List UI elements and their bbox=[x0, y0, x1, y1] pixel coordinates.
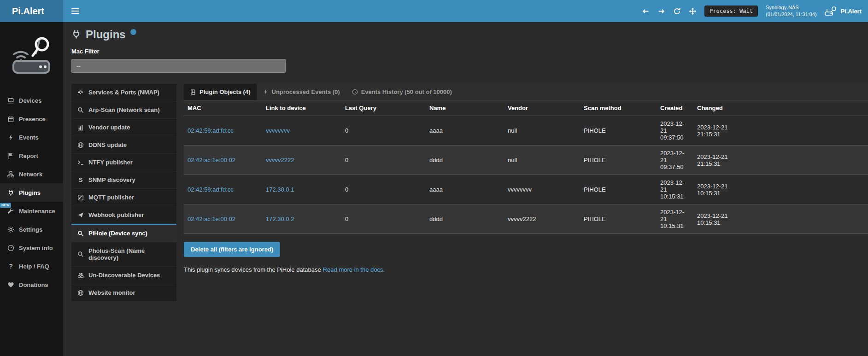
back-icon[interactable] bbox=[642, 7, 650, 15]
plugin-item-undiscoverable[interactable]: Un-Discoverable Devices bbox=[71, 267, 176, 284]
question-icon: ? bbox=[7, 263, 15, 270]
layout: Devices Presence Events Report bbox=[0, 22, 868, 356]
clock-icon bbox=[352, 89, 358, 95]
brand-logo[interactable]: Pi.Alert bbox=[0, 0, 63, 22]
cell-created: 2023-12-21 09:37:50 bbox=[657, 116, 693, 146]
plug-icon bbox=[7, 189, 15, 196]
plugin-description-text: This plugin syncs devices from the PiHol… bbox=[184, 266, 321, 273]
tab-bar: Plugin Objects (4) Unprocessed Events (0… bbox=[184, 84, 868, 100]
plugin-item-label: PiHole (Device sync) bbox=[88, 230, 147, 237]
mac-filter: Mac Filter bbox=[71, 48, 868, 73]
delete-all-button[interactable]: Delete all (filters are ignored) bbox=[184, 242, 280, 257]
tab-label: Events History (50 out of 10000) bbox=[361, 88, 452, 95]
table-row: 02:42:ac:1e:00:02 172.30.0.2 0 dddd vvvv… bbox=[184, 204, 868, 234]
new-badge: NEW bbox=[0, 203, 11, 208]
column-header-changed[interactable]: Changed bbox=[693, 100, 732, 116]
mac-link[interactable]: 02:42:59:ad:fd:cc bbox=[188, 186, 234, 193]
sidebar-item-settings[interactable]: Settings bbox=[0, 220, 63, 239]
column-header-link[interactable]: Link to device bbox=[262, 100, 341, 116]
plugin-item-vendor-update[interactable]: Vendor update bbox=[71, 119, 176, 136]
cell-vendor: vvvvv2222 bbox=[504, 204, 580, 234]
mac-link[interactable]: 02:42:59:ad:fd:cc bbox=[188, 127, 234, 134]
tab-events-history[interactable]: Events History (50 out of 10000) bbox=[346, 84, 458, 100]
gear-icon bbox=[7, 226, 15, 233]
sidebar-item-label: Devices bbox=[19, 97, 41, 104]
hamburger-icon[interactable] bbox=[68, 5, 83, 18]
plugin-nav-list: Services & Ports (NMAP) Arp-Scan (Networ… bbox=[71, 84, 176, 302]
page-title: Plugins bbox=[86, 29, 126, 41]
sidebar-item-report[interactable]: Report bbox=[0, 146, 63, 165]
plugin-item-ntfy[interactable]: NTFY publisher bbox=[71, 154, 176, 171]
sidebar-item-system-info[interactable]: System info bbox=[0, 239, 63, 257]
column-header-created[interactable]: Created bbox=[657, 100, 693, 116]
sidebar-item-presence[interactable]: Presence bbox=[0, 110, 63, 128]
plugin-item-pihole[interactable]: PiHole (Device sync) bbox=[71, 224, 176, 242]
app-identity: Pi.Alert bbox=[824, 6, 862, 16]
sidebar-item-label: System info bbox=[19, 245, 53, 251]
column-header-last-query[interactable]: Last Query bbox=[341, 100, 426, 116]
sidebar-nav: Devices Presence Events Report bbox=[0, 91, 63, 294]
column-header-scan-method[interactable]: Scan method bbox=[580, 100, 657, 116]
plugin-item-label: Un-Discoverable Devices bbox=[88, 272, 160, 279]
device-link[interactable]: vvvvv2222 bbox=[266, 157, 294, 163]
sidebar-item-label: Settings bbox=[19, 226, 42, 233]
plugin-item-label: MQTT publisher bbox=[88, 194, 134, 201]
plugin-item-nmap[interactable]: Services & Ports (NMAP) bbox=[71, 84, 176, 101]
tab-plugin-objects[interactable]: Plugin Objects (4) bbox=[184, 84, 257, 100]
app-name: Pi.Alert bbox=[840, 8, 862, 15]
plugin-item-snmp[interactable]: S SNMP discovery bbox=[71, 171, 176, 188]
terminal-icon bbox=[77, 159, 84, 166]
pialert-sidebar-logo-icon bbox=[0, 22, 63, 91]
sidebar-item-label: Network bbox=[19, 171, 42, 178]
cell-changed: 2023-12-21 10:15:31 bbox=[693, 204, 732, 234]
sidebar-item-label: Maintenance bbox=[19, 208, 55, 215]
cell-vendor: null bbox=[504, 146, 580, 175]
plugin-detail: Plugin Objects (4) Unprocessed Events (0… bbox=[184, 84, 868, 302]
mac-filter-input[interactable] bbox=[71, 59, 286, 73]
plugin-item-label: Vendor update bbox=[88, 124, 130, 131]
plugin-item-webhook[interactable]: Webhook publisher bbox=[71, 206, 176, 223]
plugin-item-mqtt[interactable]: MQTT publisher bbox=[71, 189, 176, 206]
cell-scan-method: PIHOLE bbox=[580, 146, 657, 175]
sidebar-item-donations[interactable]: Donations bbox=[0, 275, 63, 294]
column-header-vendor[interactable]: Vendor bbox=[504, 100, 580, 116]
plugin-item-label: Website monitor bbox=[88, 289, 135, 296]
sidebar-item-network[interactable]: Network bbox=[0, 165, 63, 183]
device-link[interactable]: 172.30.0.1 bbox=[266, 186, 294, 193]
plugins-info-badge[interactable] bbox=[130, 29, 136, 35]
forward-icon[interactable] bbox=[657, 7, 665, 15]
mqtt-icon bbox=[77, 194, 84, 201]
sitemap-icon bbox=[7, 171, 15, 178]
device-link[interactable]: vvvvvvvv bbox=[266, 127, 290, 134]
snmp-s-icon: S bbox=[77, 177, 84, 183]
column-header-mac[interactable]: MAC bbox=[184, 100, 262, 116]
plugin-item-pholus-scan[interactable]: Pholus-Scan (Name discovery) bbox=[71, 242, 176, 266]
cell-name: aaaa bbox=[426, 175, 504, 204]
sidebar-item-events[interactable]: Events bbox=[0, 128, 63, 146]
cell-scan-method: PIHOLE bbox=[580, 175, 657, 204]
plugin-item-ddns-update[interactable]: DDNS update bbox=[71, 136, 176, 153]
sidebar-item-devices[interactable]: Devices bbox=[0, 91, 63, 110]
plugin-item-arp-scan[interactable]: Arp-Scan (Network scan) bbox=[71, 101, 176, 118]
refresh-icon[interactable] bbox=[673, 7, 681, 15]
host-info: Synology-NAS (01/01/2024, 11:31:04) bbox=[766, 4, 817, 18]
sidebar-item-plugins[interactable]: Plugins bbox=[0, 183, 63, 202]
cell-filler bbox=[732, 116, 868, 146]
process-status-badge: Process: Wait bbox=[704, 6, 758, 17]
device-link[interactable]: 172.30.0.2 bbox=[266, 216, 294, 222]
mac-filter-label: Mac Filter bbox=[71, 48, 868, 55]
cell-mac: 02:42:ac:1e:00:02 bbox=[184, 146, 262, 175]
plugin-item-label: Pholus-Scan (Name discovery) bbox=[88, 247, 171, 261]
signal-icon bbox=[77, 89, 84, 96]
host-time: (01/01/2024, 11:31:04) bbox=[766, 11, 817, 18]
mac-link[interactable]: 02:42:ac:1e:00:02 bbox=[188, 157, 235, 163]
plugin-item-website-monitor[interactable]: Website monitor bbox=[71, 284, 176, 301]
cell-changed: 2023-12-21 10:15:31 bbox=[693, 175, 732, 204]
sidebar-item-help-faq[interactable]: ? Help / FAQ bbox=[0, 257, 63, 275]
fullscreen-icon[interactable] bbox=[689, 7, 697, 15]
sidebar-item-maintenance[interactable]: NEW Maintenance bbox=[0, 202, 63, 220]
column-header-name[interactable]: Name bbox=[426, 100, 504, 116]
docs-link[interactable]: Read more in the docs. bbox=[323, 266, 385, 273]
mac-link[interactable]: 02:42:ac:1e:00:02 bbox=[188, 216, 235, 222]
tab-unprocessed-events[interactable]: Unprocessed Events (0) bbox=[257, 84, 346, 100]
